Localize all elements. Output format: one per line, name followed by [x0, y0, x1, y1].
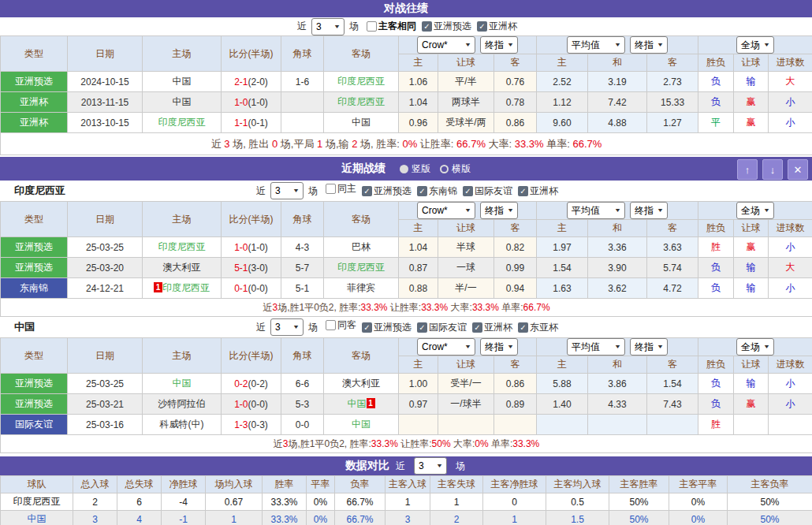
team-name: 巴林 — [352, 241, 371, 252]
h2h-avg-time-select[interactable]: 终指▼ — [630, 36, 668, 54]
half-time-score: (3-0) — [248, 262, 268, 274]
h2h-rounds-select[interactable]: 3▼ — [311, 18, 345, 35]
h2h-odds-time-select-value: 终指 — [485, 39, 504, 50]
cell-result: 小 — [769, 92, 812, 113]
h2h-odds-time-select[interactable]: 终指▼ — [480, 36, 518, 54]
summary-segment: 近 — [263, 302, 272, 313]
china-recent-avg-time-select[interactable]: 终指▼ — [630, 338, 668, 356]
close-button[interactable]: ✕ — [788, 159, 808, 180]
h2h-avg-select[interactable]: 平均值▼ — [567, 36, 625, 54]
col-header: 主客净胜球 — [483, 476, 546, 493]
cell-corners — [281, 113, 324, 133]
chevron-down-icon: ▼ — [436, 460, 443, 471]
result-value: 大 — [786, 262, 795, 273]
half-time-score: (0-2) — [248, 378, 268, 389]
cell-home: 中国 — [143, 72, 222, 92]
cell-stat: 1 — [483, 511, 546, 525]
indonesia-recent-odds-company-select[interactable]: Crow*▼ — [417, 202, 475, 219]
indonesia-filter-checkbox-2[interactable]: 东南锦 — [417, 184, 457, 198]
cell-away: 中国 — [324, 113, 399, 133]
col-header: 胜率 — [263, 476, 307, 493]
cell-handicap-odds: 半球 — [438, 237, 494, 258]
result-value: 赢 — [747, 241, 756, 252]
h2h-odds-company-select[interactable]: Crow*▼ — [417, 36, 475, 54]
china-filter-checkbox-1[interactable]: 亚洲预选 — [362, 321, 412, 334]
summary-segment: 33.3% — [472, 302, 499, 313]
indonesia-recent-odds-time-select[interactable]: 终指▼ — [480, 202, 518, 219]
team-name: 沙特阿拉伯 — [158, 398, 206, 409]
indonesia-recent-avg-time-select[interactable]: 终指▼ — [630, 202, 668, 219]
h2h-filter-checkbox-2[interactable]: 亚洲杯 — [477, 20, 517, 33]
cell-corners: 1-6 — [281, 72, 324, 92]
cell-result: 小 — [769, 278, 812, 299]
indonesia-filter-checkbox-0[interactable]: 同主 — [326, 182, 356, 195]
col-subheader: 进球数 — [769, 54, 812, 72]
chevron-down-icon: ▼ — [614, 341, 621, 352]
col-header: 角球 — [281, 338, 324, 374]
radio-label: 横版 — [452, 162, 471, 176]
cell-handicap-odds: 0.78 — [494, 92, 537, 113]
layout-radio-horizontal[interactable]: 横版 — [440, 162, 471, 176]
col-header: 日期 — [68, 36, 143, 72]
cell-home: 中国 — [143, 374, 222, 394]
col-header: 主场 — [143, 338, 222, 374]
summary-segment: 单率: — [544, 138, 573, 150]
cell-stat: 4 — [117, 511, 162, 525]
china-filter-checkbox-3[interactable]: 亚洲杯 — [472, 321, 512, 334]
china-table-container: 类型日期主场比分(半场)角球客场Crow*▼终指▼平均值▼终指▼全场▼主让球客主… — [0, 337, 812, 453]
indonesia-filter-checkbox-1[interactable]: 亚洲预选 — [362, 184, 412, 198]
scroll-down-icon: ↓ — [770, 164, 776, 176]
result-value: 负 — [711, 378, 721, 389]
col-subheader: 让球 — [734, 356, 769, 374]
full-time-score: 0-2 — [234, 378, 248, 389]
china-recent-avg-select[interactable]: 平均值▼ — [567, 338, 625, 356]
scroll-down-button[interactable]: ↓ — [762, 159, 783, 180]
indonesia-rounds-select[interactable]: 3▼ — [270, 182, 304, 199]
col-subheader: 让球 — [438, 356, 494, 374]
summary-segment: 66.7% — [523, 302, 550, 313]
china-filter-checkbox-0[interactable]: 同客 — [326, 318, 356, 332]
chevron-down-icon: ▼ — [333, 21, 341, 32]
cell-result: 负 — [698, 72, 734, 92]
cell-stat: 1 — [206, 511, 263, 525]
col-subheader: 主 — [537, 356, 588, 374]
indonesia-rounds-select-value: 3 — [275, 185, 281, 196]
china-recent-odds-time-select[interactable]: 终指▼ — [480, 338, 518, 356]
cell-stat: 0 — [483, 493, 546, 511]
col-header: 总入球 — [73, 476, 117, 493]
indonesia-recent-avg-select[interactable]: 平均值▼ — [567, 202, 625, 219]
cell-score: 1-0(1-0) — [222, 92, 281, 113]
h2h-filter-checkbox-0[interactable]: 主客相同 — [367, 20, 416, 33]
comparison-rounds-select[interactable]: 3▼ — [414, 457, 447, 475]
h2h-scope-select[interactable]: 全场▼ — [736, 36, 774, 54]
comparison-table: 球队总入球总失球净胜球场均入球胜率平率负率主客入球主客失球主客净胜球主客均入球主… — [0, 475, 812, 525]
china-rounds-select[interactable]: 3▼ — [270, 318, 304, 336]
cell-score: 0-2(0-2) — [222, 374, 281, 394]
h2h-table: 类型日期主场比分(半场)角球客场Crow*▼终指▼平均值▼终指▼全场▼主让球客主… — [0, 35, 812, 155]
h2h-filter-checkbox-1[interactable]: 亚洲预选 — [422, 20, 471, 33]
china-filter-checkbox-4[interactable]: 东亚杯 — [518, 321, 558, 334]
h2h-scope-select-value: 全场 — [741, 39, 760, 50]
china-recent-odds-company-select[interactable]: Crow*▼ — [417, 338, 475, 356]
cell-result: 赢 — [734, 113, 769, 133]
layout-radio-vertical[interactable]: 竖版 — [400, 162, 430, 176]
cell-competition-type: 亚洲预选 — [1, 258, 68, 278]
table-header-row: 球队总入球总失球净胜球场均入球胜率平率负率主客入球主客失球主客净胜球主客均入球主… — [1, 476, 812, 493]
cell-average-odds: 3.63 — [647, 237, 698, 258]
indonesia-filter-checkbox-4[interactable]: 亚洲杯 — [518, 184, 558, 198]
indonesia-recent-scope-select[interactable]: 全场▼ — [736, 202, 774, 219]
cell-average-odds: 2.52 — [537, 72, 588, 92]
col-subheader: 主 — [399, 220, 438, 237]
china-filter-checkbox-2[interactable]: 国际友谊 — [417, 321, 467, 334]
cell-handicap-odds: 0.89 — [494, 394, 537, 415]
table-row: 亚洲预选2024-10-15中国2-1(2-0)1-6印度尼西亚1.06平/半0… — [1, 72, 812, 92]
col-header: 客场 — [324, 338, 399, 374]
china-recent-scope-select[interactable]: 全场▼ — [736, 338, 774, 356]
indonesia-filter-checkbox-3[interactable]: 国际友谊 — [463, 184, 512, 198]
checkbox-checked-icon — [518, 322, 528, 333]
scroll-up-button[interactable]: ↑ — [737, 159, 758, 180]
cell-stat: 0.67 — [206, 493, 263, 511]
col-header: 类型 — [1, 36, 68, 72]
cell-result — [769, 415, 812, 435]
col-subheader: 胜负 — [698, 54, 734, 72]
